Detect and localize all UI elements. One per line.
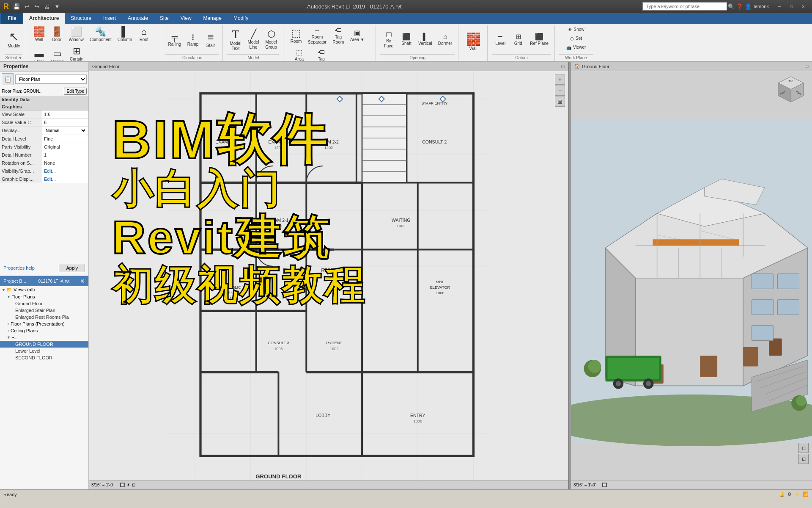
svg-text:LOBBY: LOBBY xyxy=(315,413,330,418)
column-button[interactable]: ▌ Column xyxy=(115,25,134,44)
search-icon[interactable]: 🔍 xyxy=(727,2,735,11)
modify-button[interactable]: ↖ Modify xyxy=(5,29,22,50)
display-model-value[interactable]: Normal xyxy=(42,127,88,135)
tag-area-button[interactable]: 🏷 TagArea ▼ xyxy=(312,47,331,62)
detail-number-row: Detail Number 1 xyxy=(0,151,88,159)
ramp-button[interactable]: ⫶ Ramp xyxy=(184,31,201,49)
tree-leaf-enlarged-stair[interactable]: Enlarged Stair Plan xyxy=(0,307,88,314)
by-face-button[interactable]: ▢ ByFace xyxy=(380,29,397,50)
display-model-label: Display... xyxy=(0,127,42,135)
crop-icon[interactable]: ⊡ xyxy=(132,483,135,487)
user-icon[interactable]: 👤 xyxy=(744,2,752,11)
shaft-button[interactable]: ⬛ Shaft xyxy=(398,32,415,48)
tab-annotate[interactable]: Annotate xyxy=(122,13,154,24)
ref-plane-button[interactable]: ⬛ Ref Plane xyxy=(527,32,551,48)
tab-view[interactable]: View xyxy=(175,13,198,24)
tree-item-floor-plans[interactable]: ▼ Floor Plans xyxy=(0,293,88,300)
view-type-select[interactable]: Floor Plan xyxy=(15,75,87,84)
quick-access-toolbar[interactable]: 💾 ↩ ↪ 🖨 ▼ xyxy=(12,2,61,11)
notification-icon[interactable]: 🔔 xyxy=(779,491,785,497)
view-mode-icon[interactable]: 🔲 xyxy=(120,483,125,487)
tab-manage[interactable]: Manage xyxy=(198,13,228,24)
scale-value: 6 xyxy=(42,119,88,126)
tree-item-views[interactable]: ▼ 📂 Views (all) xyxy=(0,286,88,293)
visibility-row: Visibility/Grap... Edit... xyxy=(0,167,88,175)
model-group-button[interactable]: ⬡ ModelGroup xyxy=(263,28,280,52)
tree-leaf-ground-floor[interactable]: Ground Floor xyxy=(0,300,88,307)
visibility-edit[interactable]: Edit... xyxy=(42,167,88,175)
railing-button[interactable]: ╤ Railing xyxy=(165,31,184,49)
tree-item-floor-plans-f[interactable]: ▼ F... xyxy=(0,334,88,341)
curtain-wall-button[interactable]: ⊞ CurtainWall xyxy=(67,45,86,62)
options-btn[interactable]: ▼ xyxy=(53,2,61,11)
tag-room-button[interactable]: 🏷 TagRoom xyxy=(330,25,347,47)
navigation-cube[interactable]: Top Right Front xyxy=(774,75,808,108)
properties-help-link[interactable]: Properties help xyxy=(2,265,36,271)
3d-view-expand[interactable]: ▭ xyxy=(804,64,809,69)
floor-button[interactable]: ▬ Floor xyxy=(30,47,47,62)
area-button[interactable]: ▣ Area ▼ xyxy=(348,28,367,44)
edit-type-button[interactable]: Edit Type xyxy=(64,88,87,95)
show-button[interactable]: 👁 Show xyxy=(559,25,593,34)
vertical-button[interactable]: ▌ Vertical xyxy=(416,32,435,48)
close-btn[interactable]: ✕ xyxy=(798,2,809,11)
undo-btn[interactable]: ↩ xyxy=(22,2,31,11)
set-button[interactable]: ⬡ Set xyxy=(559,34,593,43)
tab-architecture[interactable]: Architecture xyxy=(23,13,65,24)
component-button[interactable]: 🔩 Component xyxy=(87,25,114,44)
save-btn[interactable]: 💾 xyxy=(12,2,21,11)
wall-large-button[interactable]: 🧱 Wall xyxy=(463,32,484,53)
area-boundary-button[interactable]: ⬚ AreaBoundary xyxy=(288,47,311,62)
tree-item-fp-presentation[interactable]: ▷ Floor Plans (Presentation) xyxy=(0,320,88,327)
tree-leaf-enlarged-rest[interactable]: Enlarged Rest Rooms Pla xyxy=(0,314,88,320)
floor-plan-expand[interactable]: ▭ xyxy=(561,64,565,69)
zoom-fit-button[interactable]: ⊠ xyxy=(555,97,565,107)
browser-close-button[interactable]: ✕ xyxy=(80,278,85,284)
print-btn[interactable]: 🖨 xyxy=(43,2,51,11)
power-icon[interactable]: ⚡ xyxy=(794,491,800,497)
model-text-button[interactable]: T ModelText xyxy=(227,27,244,53)
model-line-button[interactable]: ╱ ModelLine xyxy=(245,28,262,52)
graphic-display-edit[interactable]: Edit... xyxy=(42,175,88,183)
stair-button[interactable]: ≡ Stair xyxy=(202,30,219,50)
tab-site[interactable]: Site xyxy=(154,13,175,24)
roof-button[interactable]: ⌂ Roof xyxy=(135,25,152,44)
tree-item-ceiling-plans[interactable]: ▷ Ceiling Plans xyxy=(0,327,88,334)
dormer-button[interactable]: ⌂ Dormer xyxy=(436,32,455,48)
apply-button[interactable]: Apply xyxy=(59,264,85,272)
wall-button[interactable]: 🧱 Wall xyxy=(30,25,47,44)
room-separator-button[interactable]: ╌ RoomSeparator xyxy=(305,25,329,47)
zoom-out-button[interactable]: − xyxy=(555,86,565,96)
window-button[interactable]: ⬜ Window xyxy=(66,25,86,44)
wifi-icon[interactable]: 📶 xyxy=(803,491,809,497)
tab-structure[interactable]: Structure xyxy=(65,13,97,24)
search-input[interactable] xyxy=(642,2,727,11)
floor-plan-view[interactable]: Ground Floor ▭ xyxy=(89,62,569,489)
window-controls[interactable]: ─ □ ✕ xyxy=(774,2,809,11)
viewer-button[interactable]: 📺 Viewer xyxy=(559,43,593,52)
level-button[interactable]: ━ Level xyxy=(492,32,509,48)
redo-btn[interactable]: ↪ xyxy=(33,2,41,11)
grid-button[interactable]: ⊞ Grid xyxy=(510,32,527,48)
tree-leaf-second-floor[interactable]: GROUND FLOOR xyxy=(0,341,88,348)
room-button[interactable]: ⬚ Room xyxy=(288,26,304,46)
ortho-button[interactable]: ⊡ xyxy=(798,454,809,464)
3d-mode-icon[interactable]: 🔲 xyxy=(602,483,607,487)
tree-leaf-lower-level[interactable]: Lower Level xyxy=(0,348,88,354)
minimize-btn[interactable]: ─ xyxy=(774,2,785,11)
help-icon[interactable]: ❓ xyxy=(735,2,744,11)
perspective-button[interactable]: ◻ xyxy=(798,443,809,453)
zoom-in-button[interactable]: + xyxy=(555,75,565,85)
door-button[interactable]: 🚪 Door xyxy=(48,25,65,44)
tab-insert[interactable]: Insert xyxy=(97,13,122,24)
browser-filename: 012170 LT -A.rvt xyxy=(38,279,70,284)
3d-view[interactable]: 🏠 Ground Floor ▭ xyxy=(571,62,812,489)
maximize-btn[interactable]: □ xyxy=(786,2,797,11)
sun-icon[interactable]: ☀ xyxy=(126,483,130,487)
view-mode-buttons: ◻ ⊡ xyxy=(798,443,809,464)
tab-file[interactable]: File xyxy=(1,13,23,24)
settings-icon[interactable]: ⚙ xyxy=(787,491,792,497)
tree-leaf-second-floor2[interactable]: SECOND FLOOR xyxy=(0,354,88,361)
ceiling-button[interactable]: ▭ Ceiling xyxy=(48,47,66,62)
tab-modify[interactable]: Modify xyxy=(228,13,254,24)
